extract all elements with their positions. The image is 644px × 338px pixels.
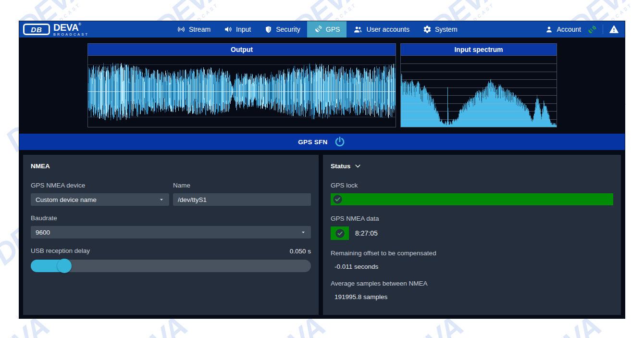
db-logo-icon: DB <box>23 24 50 35</box>
device-name-input[interactable] <box>173 193 311 206</box>
gps-nmea-data-label: GPS NMEA data <box>331 215 613 223</box>
nav-item-stream[interactable]: Stream <box>170 21 217 38</box>
brand-subtitle: BROADCAST <box>53 33 89 36</box>
gps-nmea-data-time: 8:27:05 <box>355 229 378 237</box>
usb-delay-value: 0.050 s <box>290 248 311 255</box>
input-spectrum-title: Input spectrum <box>401 44 557 56</box>
chevron-down-icon <box>300 229 306 235</box>
nav-item-label: GPS <box>326 25 340 33</box>
brand-registered-mark: ® <box>78 22 81 26</box>
baudrate-dropdown[interactable]: 9600 <box>31 226 311 238</box>
status-panel-title: Status <box>331 163 350 170</box>
content-area: NMEA GPS NMEA device Custom device name … <box>19 150 625 318</box>
nav-item-user-accounts[interactable]: User accounts <box>347 21 416 38</box>
account-button[interactable]: Account <box>545 25 581 34</box>
avg-samples-label: Average samples between NMEA <box>331 280 613 288</box>
system-icon <box>423 25 432 34</box>
nmea-panel-title: NMEA <box>31 162 311 170</box>
gps-sfn-bar: GPS SFN <box>19 134 625 150</box>
alarm-warning-icon[interactable] <box>609 25 619 34</box>
nav-item-label: User accounts <box>366 25 409 33</box>
offset-label: Remaining offset to be compensated <box>331 250 613 257</box>
gps-nmea-device-label: GPS NMEA device <box>31 182 169 189</box>
nav-item-input[interactable]: Input <box>217 21 258 38</box>
power-icon <box>334 136 346 148</box>
baudrate-label: Baudrate <box>31 214 311 222</box>
nav-item-system[interactable]: System <box>416 21 464 38</box>
top-navbar: DB DEVA® BROADCAST StreamInputSecurityGP… <box>19 21 625 38</box>
antenna-status-icon <box>587 25 597 35</box>
nav-menu: StreamInputSecurityGPSUser accountsSyste… <box>89 21 545 38</box>
gps-icon <box>314 25 322 34</box>
check-circle-icon <box>333 194 343 204</box>
output-chart-title: Output <box>88 44 396 56</box>
nmea-panel: NMEA GPS NMEA device Custom device name … <box>23 155 319 315</box>
app-window: DB DEVA® BROADCAST StreamInputSecurityGP… <box>19 21 625 318</box>
chevron-down-icon <box>354 163 361 170</box>
check-circle-icon <box>335 228 345 238</box>
usb-delay-slider[interactable] <box>31 260 311 272</box>
nav-item-label: System <box>435 25 458 33</box>
input-spectrum-panel: Input spectrum <box>400 43 557 127</box>
nav-divider <box>603 25 603 34</box>
offset-value: -0.011 seconds <box>331 263 613 270</box>
output-chart-panel: Output <box>87 43 396 127</box>
nav-item-label: Security <box>276 25 300 33</box>
nav-item-label: Input <box>236 25 251 33</box>
stream-icon <box>177 25 186 34</box>
gps-lock-status-bar <box>331 193 613 205</box>
brand-name: DEVA <box>53 22 78 33</box>
nav-item-gps[interactable]: GPS <box>307 21 347 38</box>
usb-delay-label: USB reception delay <box>31 247 90 255</box>
output-waveform-chart <box>88 56 396 127</box>
nav-item-label: Stream <box>189 25 211 33</box>
device-name-label: Name <box>173 182 311 189</box>
status-panel: Status GPS lock GPS NMEA data <box>323 155 621 315</box>
charts-strip: Output Input spectrum <box>19 38 625 134</box>
nav-right-cluster: Account <box>545 25 619 35</box>
status-collapse-button[interactable] <box>354 163 361 170</box>
account-icon <box>545 25 553 34</box>
nav-item-security[interactable]: Security <box>258 21 307 38</box>
slider-thumb[interactable] <box>57 259 72 273</box>
chevron-down-icon <box>159 197 164 202</box>
avg-samples-value: 191995.8 samples <box>331 293 613 300</box>
gps-sfn-power-button[interactable] <box>334 136 346 148</box>
gps-nmea-data-status <box>331 226 349 240</box>
gps-sfn-label: GPS SFN <box>298 138 327 146</box>
user-accounts-icon <box>353 25 363 34</box>
gps-lock-label: GPS lock <box>331 182 613 189</box>
brand-logo: DB DEVA® BROADCAST <box>23 23 89 36</box>
input-icon <box>224 25 233 34</box>
input-spectrum-chart <box>401 56 557 127</box>
account-label: Account <box>557 25 581 33</box>
gps-nmea-device-dropdown[interactable]: Custom device name <box>31 193 169 206</box>
security-icon <box>264 25 272 34</box>
